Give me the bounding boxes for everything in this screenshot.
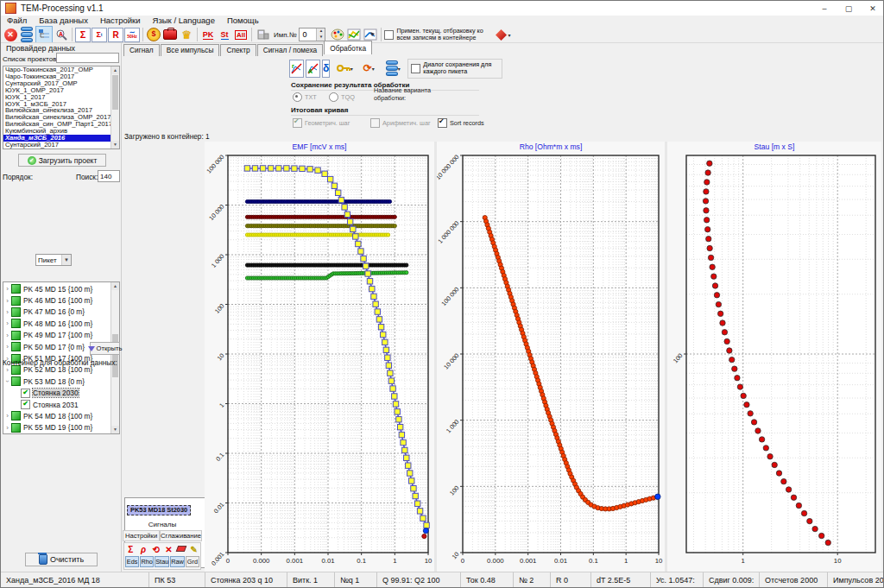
tree-child-node[interactable]: ✔Стоянка 2031: [3, 399, 111, 410]
sum-time-button[interactable]: Σt: [92, 27, 107, 42]
signal-button-Eds[interactable]: Eds: [125, 556, 139, 567]
crown-button[interactable]: ♛: [179, 27, 194, 42]
tab-Сигнал[interactable]: Сигнал: [123, 44, 160, 56]
stau-chart[interactable]: 110100: [667, 152, 881, 572]
filter-50hz-button[interactable]: ∼50Hz: [124, 27, 140, 42]
tree-node[interactable]: ›PK 55 MD 19 {100 m}: [3, 422, 111, 433]
menu-Настройки[interactable]: Настройки: [94, 16, 147, 26]
database-button[interactable]: [19, 27, 35, 42]
expand-icon[interactable]: ›: [3, 366, 11, 374]
save-db-button[interactable]: ▾: [382, 60, 404, 77]
all-button[interactable]: All: [233, 27, 249, 42]
order-select[interactable]: Пикет▼: [35, 254, 72, 266]
signal-button-Raw[interactable]: Raw: [170, 556, 185, 567]
tree-node[interactable]: ›PK 48 MD 16 {100 m}: [3, 318, 111, 329]
maximize-button[interactable]: ▢: [837, 1, 861, 16]
delete-button[interactable]: ✕: [3, 27, 18, 42]
load-project-button[interactable]: ✔ Загрузить проект: [18, 154, 106, 167]
tree-node[interactable]: ›PK 49 MD 17 {100 m}: [3, 330, 111, 341]
clear-button[interactable]: Очистить: [25, 553, 98, 566]
delete-signal-icon[interactable]: ✕: [162, 545, 175, 554]
tab-Все импульсы[interactable]: Все импульсы: [161, 44, 220, 56]
tree-node[interactable]: ›PK 46 MD 16 {100 m}: [3, 294, 111, 306]
tab-Обработка[interactable]: Обработка: [324, 41, 372, 54]
key-dropdown-icon[interactable]: ▾: [350, 66, 353, 72]
device-button[interactable]: [255, 27, 270, 42]
chart-splitter-2[interactable]: [665, 142, 667, 572]
menu-База данных[interactable]: База данных: [33, 16, 94, 26]
open-button[interactable]: Открыть: [90, 342, 120, 355]
menu-Язык / Language[interactable]: Язык / Language: [147, 16, 221, 26]
save-dialog-checkbox[interactable]: [411, 64, 420, 73]
tab-Спектр[interactable]: Спектр: [220, 44, 256, 56]
expand-icon[interactable]: ›: [3, 343, 11, 351]
projects-filter-input[interactable]: [56, 53, 119, 63]
project-list[interactable]: Чаро-Токкинская_2017_ОМРЧаро-Токкинская_…: [3, 66, 120, 149]
st-button[interactable]: St: [217, 27, 232, 42]
expand-icon[interactable]: ›: [3, 412, 11, 420]
sort-records-checkbox[interactable]: [438, 118, 447, 128]
sum-button[interactable]: Σ: [75, 27, 91, 42]
tree-node[interactable]: ›PK 54 MD 18 {100 m}: [3, 410, 111, 421]
toolbox-button[interactable]: [162, 27, 178, 42]
arithmetic-checkbox[interactable]: [370, 118, 380, 128]
menu-Файл[interactable]: Файл: [1, 16, 33, 26]
refresh-signal-icon[interactable]: ⟲: [149, 545, 162, 554]
key-button[interactable]: ▾: [333, 60, 356, 77]
expand-icon[interactable]: ›: [3, 297, 11, 305]
expand-icon[interactable]: ›: [3, 332, 11, 339]
chart-reject-r-button[interactable]: г: [289, 60, 304, 78]
pencil-icon[interactable]: ✎: [187, 545, 200, 554]
signals-tab-Сглаживание[interactable]: Сглаживание: [160, 530, 202, 541]
tree-node[interactable]: ›PK 53 MD 18 {0 m}: [3, 376, 111, 387]
cube-button[interactable]: ▾: [490, 27, 515, 42]
search-button[interactable]: А: [54, 27, 69, 42]
expand-icon[interactable]: ›: [3, 308, 11, 316]
chart-splitter-1[interactable]: [434, 142, 437, 572]
apply-rejection-checkbox[interactable]: [384, 30, 394, 40]
reload-dropdown-icon[interactable]: ▾: [372, 66, 375, 72]
search-input[interactable]: [98, 170, 120, 182]
txt-radio[interactable]: [293, 92, 302, 102]
tab-Сигнал / помеха[interactable]: Сигнал / помеха: [257, 44, 324, 56]
svg-text:100 000: 100 000: [205, 153, 225, 174]
expand-icon[interactable]: ›: [3, 424, 11, 432]
chart-reject-a-button[interactable]: А: [306, 60, 320, 78]
spinner-arrows-icon[interactable]: ▲▼: [316, 28, 325, 41]
reload-db-button[interactable]: ⟳ ▾: [357, 60, 380, 77]
tqq-radio[interactable]: [329, 92, 338, 102]
tree-view-button[interactable]: [35, 26, 53, 43]
cube-dropdown-icon[interactable]: ▾: [508, 32, 510, 38]
menu-Помощь[interactable]: Помощь: [221, 16, 265, 26]
sum-signal-icon[interactable]: Σ: [124, 545, 137, 554]
imp-number-spinner[interactable]: 0 ▲▼: [299, 28, 325, 41]
project-list-scrollbar[interactable]: ▲▼: [110, 66, 119, 149]
save-db-dropdown-icon[interactable]: ▾: [398, 66, 401, 72]
cost-button[interactable]: $: [146, 27, 161, 42]
container-entry[interactable]: PK53 MD18 St2030: [127, 505, 191, 515]
pk-button[interactable]: PK: [200, 27, 216, 42]
signal-button-Rho[interactable]: Rho: [140, 556, 154, 567]
close-button[interactable]: ✕: [861, 1, 884, 16]
tree-node[interactable]: ›PK 47 MD 16 {0 m}: [3, 307, 111, 318]
tree-node[interactable]: ›PK 56 MD 19 {0 m}: [3, 433, 111, 434]
status-segment: Сдвиг 0.009:: [704, 572, 760, 588]
emf-chart[interactable]: 00.0000.0010.010.1110100 00010 0001 0001…: [205, 152, 434, 572]
geometric-checkbox[interactable]: [293, 118, 302, 128]
expand-icon[interactable]: ›: [3, 285, 11, 293]
signals-tab-Настройки[interactable]: Настройки: [123, 530, 160, 541]
rho-signal-icon[interactable]: ρ: [137, 545, 150, 554]
eraser-icon[interactable]: [175, 546, 188, 553]
collapse-icon[interactable]: ›: [3, 377, 11, 385]
resistance-button[interactable]: R: [108, 27, 123, 42]
expand-icon[interactable]: ›: [3, 319, 11, 327]
tree-child-node[interactable]: ✔Стоянка 2030: [3, 388, 111, 399]
signal-button-Grd[interactable]: Grd: [186, 556, 199, 567]
minimize-button[interactable]: –: [812, 1, 837, 16]
svg-text:0.01: 0.01: [212, 501, 225, 515]
delta-button[interactable]: δ: [322, 60, 330, 78]
signal-button-Stau[interactable]: Stau: [155, 556, 169, 567]
project-item[interactable]: Сунтарский_2017: [3, 142, 111, 149]
tree-node[interactable]: ›PK 45 MD 15 {100 m}: [3, 283, 111, 294]
rho-chart[interactable]: 00.0000.0010.010.111010 000 0001 000 000…: [437, 152, 665, 572]
